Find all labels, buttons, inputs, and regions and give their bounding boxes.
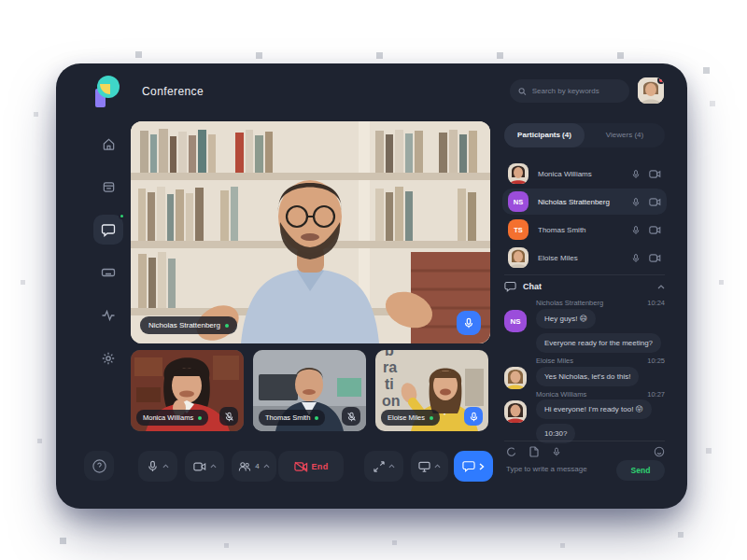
- main-video-tile[interactable]: Nicholas Strattenberg: [131, 121, 490, 343]
- tile-name: Monica Williams: [143, 413, 193, 422]
- chat-title: Chat: [523, 282, 542, 291]
- eloise-mic-button[interactable]: [464, 407, 483, 426]
- video-tile-thomas[interactable]: Thomas Smith: [253, 350, 366, 431]
- message-input[interactable]: [506, 465, 607, 473]
- search-input[interactable]: [532, 87, 621, 95]
- chat-toggle-button[interactable]: [454, 451, 493, 482]
- participant-row[interactable]: NS Nicholas Strattenberg: [502, 189, 667, 215]
- send-button[interactable]: Send: [616, 460, 665, 481]
- chevron-up-icon[interactable]: [657, 285, 665, 289]
- speckle: [703, 67, 710, 74]
- tab-viewers[interactable]: Viewers (4): [585, 123, 665, 147]
- sidebar-item-settings[interactable]: [93, 343, 123, 373]
- sidebar-item-keyboard[interactable]: [93, 258, 123, 287]
- speckle: [224, 543, 229, 548]
- participant-name: Thomas Smith: [538, 226, 622, 234]
- speckle: [497, 52, 503, 59]
- mic-icon[interactable]: [631, 197, 641, 207]
- speckle: [560, 543, 565, 548]
- quote-icon[interactable]: [506, 447, 516, 457]
- notification-dot: [657, 77, 664, 84]
- tile-name: Eloise Miles: [388, 413, 425, 422]
- arrow-right-icon: [479, 463, 485, 470]
- avatar-initials: NS: [514, 198, 523, 206]
- camera-icon[interactable]: [649, 253, 661, 263]
- mic-icon[interactable]: [631, 253, 641, 263]
- fullscreen-button[interactable]: [364, 451, 403, 482]
- chevron-up-icon[interactable]: [388, 464, 395, 469]
- sidebar: [86, 129, 118, 386]
- end-call-button[interactable]: End: [278, 451, 344, 482]
- emoji-icon[interactable]: [654, 446, 665, 457]
- chat-bubble: Hi everyone! I'm ready too! 😜: [536, 399, 652, 419]
- online-dot: [430, 416, 433, 420]
- wall-text-line: ra: [383, 359, 397, 375]
- user-avatar[interactable]: [638, 77, 664, 104]
- online-dot: [198, 416, 202, 420]
- sidebar-item-activity[interactable]: [93, 301, 123, 330]
- settings-icon: [101, 351, 116, 366]
- keyboard-icon: [101, 265, 116, 280]
- app-window: Conference: [56, 63, 687, 509]
- message-time: 10:27: [647, 390, 665, 399]
- participant-row[interactable]: TS Thomas Smith: [502, 217, 667, 243]
- sidebar-item-home[interactable]: [93, 129, 123, 159]
- video-tile-monica[interactable]: Monica Williams: [131, 350, 244, 431]
- chevron-up-icon[interactable]: [434, 464, 441, 469]
- mic-toggle-button[interactable]: [138, 451, 177, 482]
- mic-icon: [147, 460, 159, 472]
- chat-header: Chat: [504, 281, 665, 292]
- voice-message-icon[interactable]: [552, 446, 561, 457]
- mic-icon: [469, 412, 479, 422]
- camera-icon[interactable]: [649, 197, 661, 207]
- message-time: 10:24: [647, 299, 665, 307]
- chat-icon: [101, 222, 116, 237]
- message-time: 10:25: [647, 357, 665, 365]
- online-dot: [225, 324, 229, 328]
- speckle: [256, 52, 262, 59]
- speckle: [710, 101, 715, 106]
- monica-mic-muted-button[interactable]: [219, 407, 238, 426]
- thomas-mic-muted-button[interactable]: [342, 407, 360, 426]
- speaker-name-pill: Nicholas Strattenberg: [140, 316, 237, 334]
- tile-name-pill: Monica Williams: [136, 410, 208, 426]
- home-icon: [102, 137, 116, 151]
- search-bar[interactable]: [510, 79, 629, 103]
- participant-row[interactable]: Eloise Miles: [502, 245, 667, 271]
- video-tile-eloise[interactable]: b ra ti on Eloise Miles: [375, 350, 488, 431]
- sidebar-item-chat[interactable]: [93, 215, 123, 245]
- chevron-up-icon[interactable]: [263, 464, 270, 469]
- camera-toggle-button[interactable]: [185, 451, 224, 482]
- chat-bubble: Hey guys! 😄: [536, 309, 596, 329]
- speaker-video: [131, 121, 490, 343]
- wall-text-line: on: [382, 393, 401, 409]
- end-call-label: End: [312, 462, 329, 471]
- avatar-initials: NS: [510, 317, 520, 326]
- message-meta: Nicholas Strattenberg 10:24: [536, 299, 665, 307]
- participant-name: Nicholas Strattenberg: [538, 198, 622, 206]
- mic-icon[interactable]: [631, 169, 641, 179]
- speckle: [60, 538, 66, 544]
- chevron-up-icon[interactable]: [210, 464, 217, 469]
- file-icon[interactable]: [529, 446, 539, 457]
- camera-icon[interactable]: [649, 169, 661, 179]
- camera-icon[interactable]: [649, 225, 661, 235]
- participant-avatar: [508, 163, 529, 184]
- wall-text-line: b: [385, 350, 394, 358]
- mic-icon[interactable]: [631, 225, 641, 235]
- speaker-name: Nicholas Strattenberg: [148, 321, 220, 329]
- tab-participants[interactable]: Participants (4): [504, 123, 585, 147]
- screenshare-button[interactable]: [411, 451, 448, 482]
- sidebar-item-agenda[interactable]: [93, 172, 123, 202]
- speaker-mic-button[interactable]: [457, 311, 481, 335]
- online-dot: [315, 416, 318, 420]
- participant-row[interactable]: Monica Williams: [502, 161, 667, 187]
- message-meta: Monica Williams 10:27: [536, 390, 665, 399]
- tile-name: Thomas Smith: [265, 413, 310, 422]
- participants-button[interactable]: 4: [232, 451, 276, 482]
- monitor-icon: [418, 461, 430, 472]
- chevron-up-icon[interactable]: [162, 464, 169, 469]
- speckle: [135, 51, 142, 58]
- help-button[interactable]: [84, 451, 114, 481]
- chat-avatar: [504, 367, 527, 389]
